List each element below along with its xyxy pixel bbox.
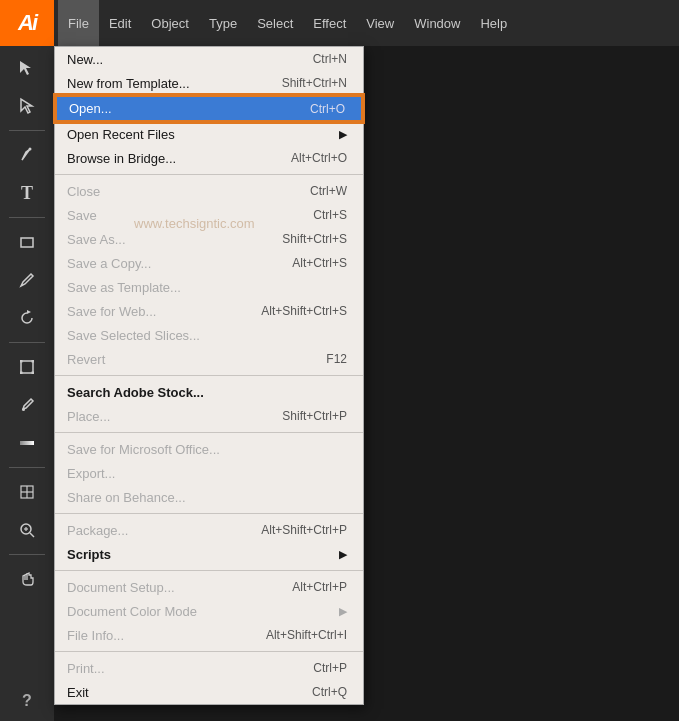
tool-transform[interactable] <box>7 349 47 385</box>
tool-rotate[interactable] <box>7 300 47 336</box>
menu-help[interactable]: Help <box>470 0 517 46</box>
svg-rect-2 <box>21 361 33 373</box>
menu-object[interactable]: Object <box>141 0 199 46</box>
menu-effect[interactable]: Effect <box>303 0 356 46</box>
ai-logo: Ai <box>0 0 54 46</box>
tool-type[interactable]: T <box>7 175 47 211</box>
svg-rect-6 <box>32 372 35 375</box>
menu-view[interactable]: View <box>356 0 404 46</box>
menu-item-open[interactable]: Open... Ctrl+O <box>55 95 363 122</box>
menu-item-save-slices[interactable]: Save Selected Slices... <box>55 323 363 347</box>
menu-item-save-template[interactable]: Save as Template... <box>55 275 363 299</box>
help-button[interactable]: ? <box>0 681 54 721</box>
menu-item-save-as[interactable]: Save As... Shift+Ctrl+S <box>55 227 363 251</box>
tool-direct-select[interactable] <box>7 88 47 124</box>
left-toolbar: T <box>0 46 54 721</box>
menu-item-place[interactable]: Place... Shift+Ctrl+P <box>55 404 363 428</box>
menu-item-file-info[interactable]: File Info... Alt+Shift+Ctrl+I <box>55 623 363 647</box>
menu-type[interactable]: Type <box>199 0 247 46</box>
separator-2 <box>55 375 363 376</box>
tool-zoom[interactable] <box>7 512 47 548</box>
menu-item-open-recent[interactable]: Open Recent Files ▶ <box>55 122 363 146</box>
menu-item-bridge[interactable]: Browse in Bridge... Alt+Ctrl+O <box>55 146 363 170</box>
tool-rect[interactable] <box>7 224 47 260</box>
menu-file[interactable]: File <box>58 0 99 46</box>
svg-point-7 <box>22 408 25 411</box>
file-dropdown: New... Ctrl+N New from Template... Shift… <box>54 46 364 705</box>
separator-1 <box>55 174 363 175</box>
menu-item-new-template[interactable]: New from Template... Shift+Ctrl+N <box>55 71 363 95</box>
menu-item-exit[interactable]: Exit Ctrl+Q <box>55 680 363 704</box>
menu-item-close[interactable]: Close Ctrl+W <box>55 179 363 203</box>
toolbar-separator-1 <box>9 130 45 131</box>
menu-item-save-web[interactable]: Save for Web... Alt+Shift+Ctrl+S <box>55 299 363 323</box>
tool-eyedropper[interactable] <box>7 387 47 423</box>
tool-gradient[interactable] <box>7 425 47 461</box>
toolbar-separator-3 <box>9 342 45 343</box>
menu-item-print[interactable]: Print... Ctrl+P <box>55 656 363 680</box>
svg-rect-4 <box>32 360 35 363</box>
separator-4 <box>55 513 363 514</box>
toolbar-separator-5 <box>9 554 45 555</box>
svg-rect-8 <box>20 441 34 445</box>
menu-item-export-ms[interactable]: Save for Microsoft Office... <box>55 437 363 461</box>
menu-item-export[interactable]: Export... <box>55 461 363 485</box>
toolbar-separator-4 <box>9 467 45 468</box>
tool-select[interactable] <box>7 50 47 86</box>
menu-item-scripts[interactable]: Scripts ▶ <box>55 542 363 566</box>
separator-3 <box>55 432 363 433</box>
menu-item-revert[interactable]: Revert F12 <box>55 347 363 371</box>
toolbar-separator-2 <box>9 217 45 218</box>
menu-item-new[interactable]: New... Ctrl+N <box>55 47 363 71</box>
svg-rect-1 <box>21 238 33 247</box>
separator-6 <box>55 651 363 652</box>
menu-item-share-behance[interactable]: Share on Behance... <box>55 485 363 509</box>
menu-edit[interactable]: Edit <box>99 0 141 46</box>
menu-window[interactable]: Window <box>404 0 470 46</box>
menu-item-save-copy[interactable]: Save a Copy... Alt+Ctrl+S <box>55 251 363 275</box>
svg-point-0 <box>29 148 32 151</box>
menu-item-doc-color[interactable]: Document Color Mode ▶ <box>55 599 363 623</box>
menu-item-save[interactable]: Save Ctrl+S <box>55 203 363 227</box>
menu-item-doc-setup[interactable]: Document Setup... Alt+Ctrl+P <box>55 575 363 599</box>
menu-select[interactable]: Select <box>247 0 303 46</box>
separator-5 <box>55 570 363 571</box>
svg-line-13 <box>30 533 34 537</box>
tool-hand[interactable] <box>7 561 47 597</box>
svg-rect-5 <box>20 372 23 375</box>
tool-pen[interactable] <box>7 137 47 173</box>
menu-item-search-stock[interactable]: Search Adobe Stock... <box>55 380 363 404</box>
dropdown-menu-file: New... Ctrl+N New from Template... Shift… <box>54 46 364 705</box>
tool-mesh[interactable] <box>7 474 47 510</box>
tool-brush[interactable] <box>7 262 47 298</box>
svg-rect-3 <box>20 360 23 363</box>
menu-bar: Ai File Edit Object Type Select Effect V… <box>0 0 679 46</box>
menu-item-package[interactable]: Package... Alt+Shift+Ctrl+P <box>55 518 363 542</box>
menu-items: File Edit Object Type Select Effect View… <box>54 0 517 46</box>
